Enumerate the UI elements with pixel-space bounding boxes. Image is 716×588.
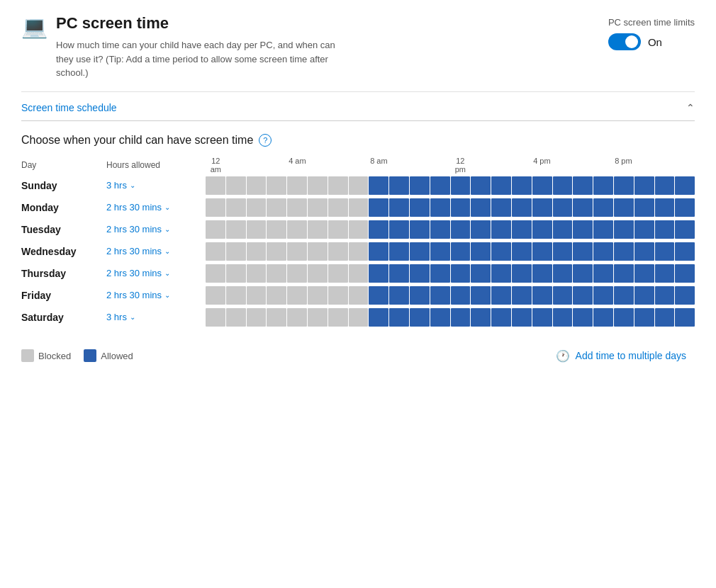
time-cell[interactable]: [655, 242, 675, 261]
time-cell[interactable]: [328, 286, 348, 305]
time-cell[interactable]: [226, 264, 246, 283]
time-cell[interactable]: [614, 264, 634, 283]
time-cell[interactable]: [553, 286, 573, 305]
time-cell[interactable]: [675, 176, 695, 195]
time-cell[interactable]: [471, 198, 491, 217]
time-cell[interactable]: [308, 198, 328, 217]
time-cell[interactable]: [247, 264, 267, 283]
time-cell[interactable]: [593, 242, 613, 261]
time-cell[interactable]: [512, 220, 532, 239]
time-cell[interactable]: [593, 264, 613, 283]
time-cell[interactable]: [287, 264, 307, 283]
time-cell[interactable]: [389, 264, 409, 283]
time-cell[interactable]: [430, 242, 450, 261]
time-cell[interactable]: [369, 198, 388, 217]
time-cell[interactable]: [308, 220, 328, 239]
time-cell[interactable]: [593, 286, 613, 305]
time-cell[interactable]: [471, 286, 491, 305]
time-cell[interactable]: [553, 220, 573, 239]
time-cell[interactable]: [349, 286, 369, 305]
time-cell[interactable]: [226, 242, 246, 261]
time-cell[interactable]: [512, 242, 532, 261]
time-cell[interactable]: [308, 308, 328, 327]
time-cell[interactable]: [226, 198, 246, 217]
time-cell[interactable]: [491, 220, 511, 239]
time-cell[interactable]: [369, 264, 388, 283]
time-cell[interactable]: [573, 308, 593, 327]
toggle-track[interactable]: [608, 33, 641, 50]
time-cell[interactable]: [308, 286, 328, 305]
time-cell[interactable]: [226, 308, 246, 327]
time-cell[interactable]: [206, 220, 225, 239]
time-cell[interactable]: [287, 220, 307, 239]
time-cell[interactable]: [287, 198, 307, 217]
time-cell[interactable]: [410, 198, 430, 217]
time-cell[interactable]: [532, 308, 552, 327]
time-cell[interactable]: [471, 220, 491, 239]
time-cell[interactable]: [553, 264, 573, 283]
time-cell[interactable]: [308, 176, 328, 195]
time-cell[interactable]: [369, 286, 388, 305]
time-cell[interactable]: [512, 286, 532, 305]
time-cell[interactable]: [206, 286, 225, 305]
time-cell[interactable]: [267, 286, 286, 305]
time-cell[interactable]: [573, 198, 593, 217]
time-cell[interactable]: [410, 286, 430, 305]
time-cell[interactable]: [593, 308, 613, 327]
time-cell[interactable]: [328, 264, 348, 283]
time-cell[interactable]: [655, 308, 675, 327]
time-cell[interactable]: [328, 176, 348, 195]
time-cell[interactable]: [430, 264, 450, 283]
time-cell[interactable]: [614, 308, 634, 327]
time-cell[interactable]: [206, 308, 225, 327]
time-cell[interactable]: [532, 220, 552, 239]
time-cell[interactable]: [430, 198, 450, 217]
add-time-button[interactable]: 🕐 Add time to multiple days: [547, 345, 695, 367]
time-cell[interactable]: [634, 242, 654, 261]
time-cell[interactable]: [593, 198, 613, 217]
time-cell[interactable]: [614, 176, 634, 195]
time-cell[interactable]: [349, 220, 369, 239]
time-cell[interactable]: [389, 220, 409, 239]
time-cell[interactable]: [410, 176, 430, 195]
time-cell[interactable]: [206, 242, 225, 261]
time-cell[interactable]: [267, 308, 286, 327]
time-cell[interactable]: [512, 308, 532, 327]
time-cell[interactable]: [532, 264, 552, 283]
time-cell[interactable]: [675, 220, 695, 239]
time-cell[interactable]: [655, 176, 675, 195]
time-cell[interactable]: [451, 264, 471, 283]
time-cell[interactable]: [471, 176, 491, 195]
time-cell[interactable]: [328, 308, 348, 327]
time-cell[interactable]: [430, 176, 450, 195]
time-cell[interactable]: [206, 176, 225, 195]
time-cell[interactable]: [226, 286, 246, 305]
time-cell[interactable]: [512, 176, 532, 195]
time-cell[interactable]: [573, 220, 593, 239]
time-cell[interactable]: [410, 264, 430, 283]
time-cell[interactable]: [369, 220, 388, 239]
time-cell[interactable]: [655, 286, 675, 305]
time-cell[interactable]: [328, 220, 348, 239]
time-cell[interactable]: [451, 176, 471, 195]
time-cell[interactable]: [267, 264, 286, 283]
time-cell[interactable]: [389, 308, 409, 327]
time-cell[interactable]: [491, 308, 511, 327]
time-cell[interactable]: [389, 286, 409, 305]
time-cell[interactable]: [573, 176, 593, 195]
time-cell[interactable]: [614, 198, 634, 217]
time-cell[interactable]: [308, 242, 328, 261]
time-cell[interactable]: [593, 220, 613, 239]
time-cell[interactable]: [389, 198, 409, 217]
time-cell[interactable]: [287, 176, 307, 195]
time-cell[interactable]: [247, 176, 267, 195]
time-cell[interactable]: [349, 264, 369, 283]
time-cell[interactable]: [287, 242, 307, 261]
time-cell[interactable]: [553, 198, 573, 217]
time-cell[interactable]: [206, 198, 225, 217]
time-cell[interactable]: [675, 198, 695, 217]
time-cell[interactable]: [451, 286, 471, 305]
time-cell[interactable]: [410, 242, 430, 261]
time-cell[interactable]: [553, 176, 573, 195]
time-cell[interactable]: [471, 242, 491, 261]
